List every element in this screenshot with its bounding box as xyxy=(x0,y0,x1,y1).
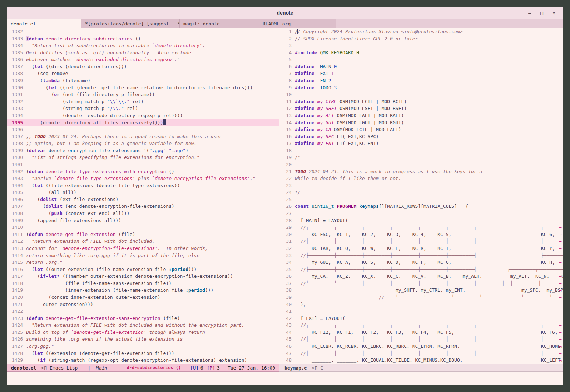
code-line[interactable]: 5 xyxy=(279,56,563,63)
code-line[interactable]: 1427.org.gpg." xyxy=(7,343,279,350)
code-line[interactable]: 46 KC_LCBR, KC_RCBR, KC_LBRC, KC_RBRC, K… xyxy=(279,343,563,350)
code-line[interactable]: 8#define _FN 2 xyxy=(279,77,563,84)
code-line[interactable]: 1392 (string-match-p "\\`\\." rel) xyxy=(7,98,279,105)
code-line[interactable]: 20 xyxy=(279,161,563,168)
code-line[interactable]: 39 // └─────────┴─────────┴─────────┘ └─… xyxy=(279,294,563,301)
code-line[interactable]: 1390 (let ((rel (denote--get-file-name-r… xyxy=(7,84,279,91)
modeline-vc-branch[interactable]: |- Main xyxy=(88,365,107,371)
code-line[interactable]: 26const uint16_t PROGMEM keymaps[][MATRI… xyxy=(279,203,563,210)
editor-window-keymap-c[interactable]: 1// Copyright 2024 Protesilaos Stavrou <… xyxy=(279,28,563,364)
code-line[interactable]: 4#include QMK_KEYBOARD_H xyxy=(279,49,563,56)
code-line[interactable]: 1411(defun denote-get-file-extension (fi… xyxy=(7,231,279,238)
code-line[interactable]: 1391 (or (not (file-directory-p filename… xyxy=(7,91,279,98)
code-line[interactable]: 1383(defun denote-directory-subdirectori… xyxy=(7,35,279,42)
code-line[interactable]: 14#define my_GUI OSM(MOD_LGUI | MOD_RGUI… xyxy=(279,119,563,126)
code-line[interactable]: 1428 (let ((extension (denote-get-file-e… xyxy=(7,350,279,357)
minimize-button[interactable]: – xyxy=(526,9,534,17)
code-line[interactable]: 1417 (if-let* (((member outer-extension … xyxy=(7,273,279,280)
code-line[interactable]: 1382 xyxy=(7,28,279,35)
code-line[interactable]: 21TODO 2024-04-21: This is a work-in-pro… xyxy=(279,168,563,175)
code-line[interactable]: 1424 "Return extension of FILE with dot … xyxy=(7,322,279,329)
code-line[interactable]: 1409 (append file-extensions all))) xyxy=(7,217,279,224)
code-line[interactable]: 10 xyxy=(279,91,563,98)
editor-window-denote-el[interactable]: 13821383(defun denote-directory-subdirec… xyxy=(7,28,279,364)
code-line[interactable]: 41 xyxy=(279,308,563,315)
code-line[interactable]: 1394 (denote--exclude-directory-regexp-p… xyxy=(7,112,279,119)
code-line[interactable]: 1398;; option, but I am keeping it as a … xyxy=(7,140,279,147)
code-line[interactable]: 23 xyxy=(279,182,563,189)
code-line[interactable]: 37 //└─────────┴─────────┼─────────┼────… xyxy=(279,280,563,287)
code-line[interactable]: 42 [_EXT] = LAYOUT( xyxy=(279,315,563,322)
code-line[interactable]: 45 //├─────────┼─────────┼─────────┼────… xyxy=(279,336,563,343)
code-line[interactable]: 7#define _EXT 1 xyxy=(279,70,563,77)
code-line[interactable]: 25 xyxy=(279,196,563,203)
code-line[interactable]: 22while to decide if I like them or not. xyxy=(279,175,563,182)
code-line[interactable]: 1388 (seq-remove xyxy=(7,70,279,77)
code-line[interactable]: 16#define my_SPC LT(_EXT,KC_SPC) xyxy=(279,133,563,140)
code-line[interactable]: 1420 (concat inner-extension outer-exten… xyxy=(7,294,279,301)
code-line[interactable]: 47 //├─────────┼─────────┼─────────┼────… xyxy=(279,350,563,357)
modeline-buffer-name[interactable]: denote.el xyxy=(11,365,36,371)
code-line[interactable]: 28 [_MAIN] = LAYOUT( xyxy=(279,217,563,224)
code-line[interactable]: 1412 "Return extension of FILE with dot … xyxy=(7,238,279,245)
code-line[interactable]: 1419 (inner-extension (file-name-extensi… xyxy=(7,287,279,294)
code-line[interactable]: 1422 xyxy=(7,308,279,315)
code-line[interactable]: 1407 (dolist (enc denote-encryption-file… xyxy=(7,203,279,210)
code-line[interactable]: 1395 (denote--directory-all-files-recurs… xyxy=(7,119,279,126)
code-line[interactable]: 24*/ xyxy=(279,189,563,196)
modeline-major-mode[interactable]: C xyxy=(320,365,323,371)
code-line[interactable]: 1426something like .org even if the actu… xyxy=(7,336,279,343)
code-line[interactable]: 13#define my_ALT OSM(MOD_LALT | MOD_RALT… xyxy=(279,112,563,119)
code-line[interactable]: 38 my_SHFT, my_CTRL, my_ENT, my_SPC, my_… xyxy=(279,287,563,294)
code-line[interactable]: 12#define my_SHFT OSM(MOD_LSFT | MOD_RSF… xyxy=(279,105,563,112)
code-line[interactable]: 1410 xyxy=(7,224,279,231)
code-line[interactable]: 3 xyxy=(279,42,563,49)
code-line[interactable]: 1396 xyxy=(7,126,279,133)
code-line[interactable]: 1429 (if (string-match (regexp-opt denot… xyxy=(7,357,279,364)
code-line[interactable]: 1413Account for `denote-encryption-file-… xyxy=(7,245,279,252)
code-line[interactable]: 48 _______, _______, KC_EQUAL,KC_TILDE, … xyxy=(279,357,563,364)
code-line[interactable]: 1// Copyright 2024 Protesilaos Stavrou <… xyxy=(279,28,563,35)
maximize-button[interactable]: □ xyxy=(538,9,546,17)
code-line[interactable]: 1406 (dolist (ext file-extensions) xyxy=(7,196,279,203)
code-line[interactable]: 19/* xyxy=(279,154,563,161)
code-line[interactable]: 1384 "Return list of subdirectories in v… xyxy=(7,42,279,49)
code-line[interactable]: 1405 (all nil)) xyxy=(7,189,279,196)
code-line[interactable]: 43 //┌─────────┬─────────┬─────────┬────… xyxy=(279,322,563,329)
code-line[interactable]: 1403 "Derive `denote-file-type-extension… xyxy=(7,175,279,182)
close-button[interactable]: ✕ xyxy=(550,9,558,17)
code-line[interactable]: 32 KC_TAB, KC_Q, KC_W, KC_E, KC_R, KC_T,… xyxy=(279,245,563,252)
code-line[interactable]: 1397;; TODO 2023-01-24: Perhaps there is… xyxy=(7,133,279,140)
code-line[interactable]: 1416 (let ((outer-extension (file-name-e… xyxy=(7,266,279,273)
code-line[interactable]: 1423(defun denote-get-file-extension-san… xyxy=(7,315,279,322)
code-line[interactable]: 1393 (string-match-p "/\\." rel) xyxy=(7,105,279,112)
code-line[interactable]: 1414return something like .org.gpg if it… xyxy=(7,252,279,259)
code-line[interactable]: 1400 "List of strings specifying file ex… xyxy=(7,154,279,161)
code-line[interactable]: 36 my_CA, KC_Z, KC_X, KC_C, KC_V, KC_B, … xyxy=(279,273,563,280)
code-line[interactable]: 1402(defun denote-file-type-extensions-w… xyxy=(7,168,279,175)
code-line[interactable]: 1404 (let ((file-extensions (denote-file… xyxy=(7,182,279,189)
code-line[interactable]: 33 //├─────────┼─────────┼─────────┼────… xyxy=(279,252,563,259)
code-line[interactable]: 1408 (push (concat ext enc) all))) xyxy=(7,210,279,217)
code-line[interactable]: 1386whatever matches `denote-excluded-di… xyxy=(7,56,279,63)
code-line[interactable]: 1387 (let ((dirs (denote-directories))) xyxy=(7,63,279,70)
tab-denote.el[interactable]: denote.el xyxy=(7,19,81,28)
modeline-major-mode[interactable]: Emacs-Lisp xyxy=(50,365,78,371)
code-line[interactable]: 15#define my_CA OSM(MOD_LCTL | MOD_LALT) xyxy=(279,126,563,133)
code-line[interactable]: 27 xyxy=(279,210,563,217)
code-line[interactable]: 44 KC_F12, KC_F1, KC_F2, KC_F3, KC_F4, K… xyxy=(279,329,563,336)
code-line[interactable]: 1418 (file (file-name-sans-extension fil… xyxy=(7,280,279,287)
code-line[interactable]: 1425Build on top of `denote-get-file-ext… xyxy=(7,329,279,336)
code-line[interactable]: 1385Omit dotfiles (such as .git) uncondi… xyxy=(7,49,279,56)
modeline-buffer-name[interactable]: keymap.c xyxy=(284,365,307,371)
code-line[interactable]: 11#define my_CTRL OSM(MOD_LCTL | MOD_RCT… xyxy=(279,98,563,105)
code-line[interactable]: 34 my_GUI, KC_A, KC_S, KC_D, KC_F, KC_G,… xyxy=(279,259,563,266)
code-line[interactable]: 40 ), xyxy=(279,301,563,308)
code-line[interactable]: 9#define _TODO 3 xyxy=(279,84,563,91)
code-line[interactable]: 1401 xyxy=(7,161,279,168)
tab-readme.org[interactable]: README.org xyxy=(259,19,336,28)
tab-magit-denote[interactable]: magit: denote xyxy=(180,19,259,28)
echo-area[interactable] xyxy=(7,372,563,385)
code-line[interactable]: 29 //┌─────────┬─────────┬─────────┬────… xyxy=(279,224,563,231)
code-line[interactable]: 1421 outer-extension))) xyxy=(7,301,279,308)
